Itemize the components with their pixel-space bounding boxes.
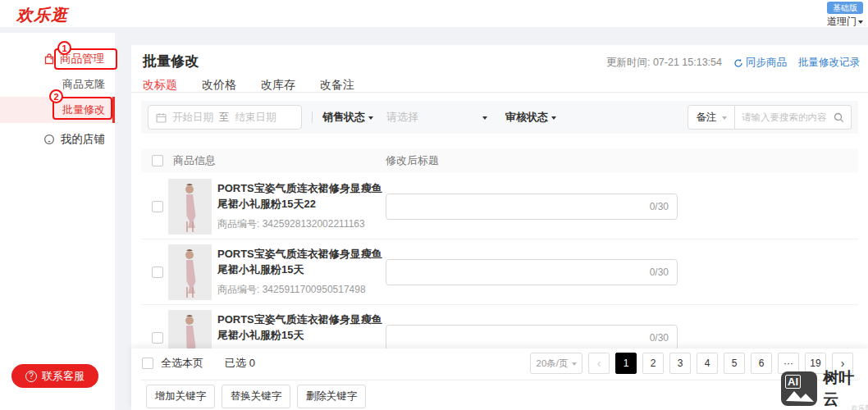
- update-time: 更新时间: 07-21 15:13:54: [606, 56, 722, 70]
- new-title-field: 0/30: [386, 194, 678, 220]
- page-button-4[interactable]: 4: [697, 353, 718, 374]
- search-input[interactable]: [742, 112, 830, 122]
- row-checkbox[interactable]: [152, 332, 163, 344]
- page-size-select[interactable]: 20条/页: [530, 353, 582, 374]
- selected-label: 已选: [225, 357, 246, 369]
- annotation-number-1: 1: [57, 41, 71, 55]
- product-sku: 商品编号: 3425928132002211163: [217, 217, 386, 231]
- product-title: PORTS宝姿气质连衣裙修身显瘦鱼尾裙小礼服粉15天: [217, 247, 386, 278]
- product-info: PORTS宝姿气质连衣裙修身显瘦鱼尾裙小礼服粉15天 商品编号: 3425911…: [217, 247, 386, 297]
- top-header: 欢乐逛 基础版 道理门: [0, 0, 868, 28]
- product-image: [168, 244, 212, 300]
- product-info: PORTS宝姿气质连衣裙修身显瘦鱼尾裙小礼服粉15天22 商品编号: 34259…: [217, 181, 386, 231]
- shop-icon: [43, 134, 55, 145]
- vertical-divider: [312, 112, 313, 123]
- add-keyword-button[interactable]: 增加关键字: [146, 385, 215, 408]
- char-counter: 0/30: [650, 201, 669, 212]
- new-title-input[interactable]: [395, 332, 650, 344]
- keyword-buttons-row: 增加关键字 替换关键字 删除关键字: [146, 385, 366, 408]
- page-title: 批量修改: [143, 52, 199, 71]
- product-title: PORTS宝姿气质连衣裙修身显瘦鱼尾裙小礼服粉15天22: [217, 181, 386, 212]
- table-row: PORTS宝姿气质连衣裙修身显瘦鱼尾裙小礼服粉15天 商品编号: 3425911…: [141, 239, 858, 305]
- page-button-1[interactable]: 1: [615, 353, 637, 374]
- batch-modify-records-link[interactable]: 批量修改记录: [798, 56, 860, 70]
- sidebar-item-label: 商品克隆: [62, 77, 105, 92]
- top-right-area: 基础版 道理门: [827, 2, 863, 29]
- date-range-picker[interactable]: 开始日期 至 结束日期: [148, 105, 302, 130]
- audit-status-dropdown[interactable]: 审核状态: [505, 110, 556, 125]
- sku-label: 商品编号:: [217, 284, 259, 295]
- header-actions: 更新时间: 07-21 15:13:54 同步商品 批量修改记录: [606, 56, 860, 70]
- bottom-action-panel: 全选本页 已选 0 20条/页 ‹ 1 2 3 4 5 6 ··· 19 › 增: [131, 348, 868, 410]
- search-box: [735, 105, 852, 130]
- sales-status-label: 销售状态: [322, 110, 365, 125]
- select-all-page-checkbox[interactable]: [142, 358, 153, 369]
- caret-down-icon: [858, 20, 863, 26]
- product-title: PORTS宝姿气质连衣裙修身显瘦鱼尾裙小礼服粉15天: [217, 312, 386, 344]
- product-image: [168, 179, 212, 235]
- caret-down-icon[interactable]: [482, 116, 487, 122]
- selected-number: 0: [249, 357, 255, 369]
- product-info: PORTS宝姿气质连衣裙修身显瘦鱼尾裙小礼服粉15天: [217, 312, 386, 348]
- question-icon: ?: [25, 371, 37, 382]
- page-button-2[interactable]: 2: [642, 353, 664, 374]
- column-new-title: 修改后标题: [386, 153, 439, 168]
- active-indicator-bar: [112, 97, 115, 123]
- new-title-field: 0/30: [386, 259, 678, 285]
- mountain-icon: [781, 371, 817, 406]
- sidebar-item-my-shop[interactable]: 我的店铺 ›: [0, 126, 115, 153]
- new-title-input[interactable]: [395, 201, 650, 213]
- selection-pagination-row: 全选本页 已选 0 20条/页 ‹ 1 2 3 4 5 6 ··· 19 ›: [131, 348, 868, 378]
- caret-down-icon: [368, 116, 373, 122]
- sku-label: 商品编号:: [217, 218, 259, 230]
- app-root: 欢乐逛 基础版 道理门 商品管理 ∨ 商品克隆 批量修改 我的店铺 ›: [0, 0, 868, 410]
- table-header: 商品信息 修改后标题: [141, 148, 858, 173]
- status-select[interactable]: 请选择: [386, 110, 418, 125]
- watermark: AI 树叶云 欢乐逛: [781, 367, 868, 410]
- replace-keyword-button[interactable]: 替换关键字: [222, 385, 290, 408]
- page-button-3[interactable]: 3: [669, 353, 691, 374]
- caret-down-icon: [572, 362, 577, 368]
- column-product-info: 商品信息: [173, 153, 216, 168]
- select-all-page-label: 全选本页: [161, 356, 203, 371]
- audit-status-label: 审核状态: [505, 110, 548, 125]
- page-button-5[interactable]: 5: [724, 353, 745, 374]
- char-counter: 0/30: [650, 266, 669, 278]
- product-sku: 商品编号: 3425911700950517498: [217, 283, 386, 297]
- sync-products-link[interactable]: 同步商品: [733, 56, 787, 70]
- filter-bar: 开始日期 至 结束日期 销售状态 请选择 审核状态 备注: [141, 101, 858, 134]
- contact-support-button[interactable]: ? 联系客服: [11, 364, 98, 388]
- page-size-label: 20条/页: [537, 358, 569, 370]
- watermark-sub-brand: 欢乐逛: [852, 403, 868, 410]
- select-all-checkbox[interactable]: [152, 155, 163, 166]
- tab-divider: [131, 92, 868, 93]
- ai-logo-icon: AI: [781, 371, 817, 406]
- sku-value: 3425911700950517498: [263, 284, 366, 295]
- table-row: PORTS宝姿气质连衣裙修身显瘦鱼尾裙小礼服粉15天22 商品编号: 34259…: [141, 174, 858, 239]
- new-title-field: 0/30: [386, 325, 678, 351]
- char-counter: 0/30: [650, 332, 669, 344]
- search-field-selector[interactable]: 备注: [688, 105, 735, 130]
- date-to-label: 至: [219, 111, 230, 125]
- row-checkbox[interactable]: [152, 201, 163, 212]
- app-logo: 欢乐逛: [16, 4, 68, 26]
- chevron-right-icon: ›: [100, 134, 103, 144]
- caret-down-icon: [722, 116, 727, 122]
- sales-status-dropdown[interactable]: 销售状态: [322, 110, 373, 125]
- sidebar-item-label: 我的店铺: [61, 132, 105, 147]
- sync-products-label: 同步商品: [746, 56, 787, 70]
- page-button-6[interactable]: 6: [751, 353, 772, 374]
- search-icon[interactable]: [834, 112, 844, 123]
- panel-divider: [141, 380, 858, 380]
- selected-count: 已选 0: [225, 356, 255, 371]
- annotation-number-2: 2: [49, 89, 63, 103]
- delete-keyword-button[interactable]: 删除关键字: [297, 385, 366, 408]
- date-start-placeholder: 开始日期: [172, 111, 213, 125]
- refresh-icon: [733, 58, 743, 68]
- user-menu[interactable]: 道理门: [827, 15, 863, 29]
- prev-page-button[interactable]: ‹: [588, 353, 610, 374]
- date-end-placeholder: 结束日期: [235, 111, 276, 125]
- batch-modify-records-label: 批量修改记录: [798, 56, 860, 70]
- row-checkbox[interactable]: [152, 266, 163, 278]
- new-title-input[interactable]: [395, 266, 650, 279]
